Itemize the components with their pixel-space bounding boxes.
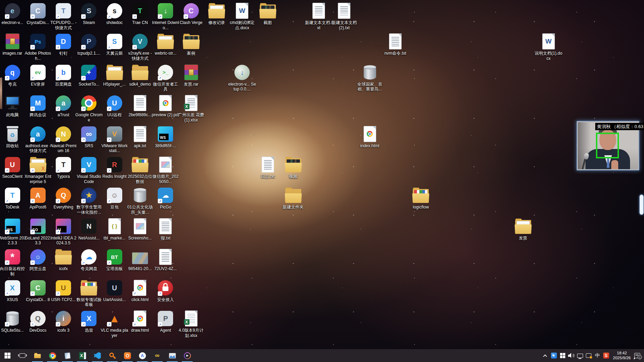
taskbar-chrome-button[interactable]	[45, 349, 60, 362]
desktop-icon[interactable]: V↗v2rayN.exe - 快捷方式	[125, 33, 155, 61]
taskbar-file-explorer-button[interactable]	[30, 349, 45, 362]
desktop-icon[interactable]: logicflow	[406, 187, 435, 210]
desktop-icon[interactable]: Wcmd测试绑定点.docx	[227, 2, 257, 30]
desktop-icon[interactable]: H5player_...	[100, 64, 129, 87]
desktop-icon[interactable]: U↗UU远程	[100, 95, 129, 118]
desktop-icon[interactable]: NNetAssist...	[74, 218, 103, 241]
desktop-icon[interactable]: 全球国家、首都、重要岛...	[355, 64, 385, 92]
desktop-icon[interactable]: UUartAssist...	[100, 280, 129, 302]
desktop-icon[interactable]: V↗Visual Studio Code	[74, 156, 103, 184]
taskbar-vscode-button[interactable]	[90, 349, 105, 362]
volume-icon[interactable]	[567, 349, 576, 362]
taskbar-start-button[interactable]	[0, 349, 15, 362]
desktop-icon[interactable]: T↗Typora	[49, 156, 78, 179]
desktop-icon[interactable]: b↗百度网盘	[49, 64, 78, 87]
desktop-icon[interactable]: D↗钉钉	[49, 33, 78, 56]
desktop-icon[interactable]: ★↗数字孪生警用一体化指控...	[74, 187, 103, 215]
desktop-icon[interactable]: webrtc-str...	[151, 33, 180, 56]
desktop-icon[interactable]: index.html	[355, 126, 385, 149]
desktop-icon[interactable]: ↓electron-v... Setup 0.0....	[227, 64, 257, 92]
desktop-icon[interactable]: Q↗DevDocs	[23, 310, 53, 333]
desktop-icon[interactable]: 数据专项试验看板	[74, 280, 103, 307]
desktop-icon[interactable]: C↗CrystalDi... 8	[23, 280, 53, 302]
desktop-icon[interactable]: 报.txt	[151, 218, 180, 241]
taskbar-notepad-button[interactable]	[60, 349, 75, 362]
desktop-icon[interactable]: 微信图片_2025050...	[151, 156, 180, 184]
desktop-icon[interactable]: 发票.rar	[177, 64, 206, 87]
desktop-icon[interactable]: T↗TCPUDPD... - 快捷方式	[49, 2, 78, 30]
desktop-icon[interactable]: W说明文档(1).docx	[534, 33, 563, 61]
taskbar-photos-button[interactable]	[165, 349, 180, 362]
desktop-icon[interactable]: U↗USR-TCP2...	[49, 280, 78, 302]
desktop-icon[interactable]: 985481-20...	[125, 249, 155, 272]
desktop-icon[interactable]: WS389df65f-...	[151, 126, 180, 149]
desktop-icon[interactable]: Q↗Everything	[49, 187, 78, 210]
desktop-icon[interactable]: icofx	[49, 249, 78, 272]
desktop-icon[interactable]: 新建文件夹	[279, 187, 308, 210]
slide-out-handle[interactable]	[639, 195, 644, 215]
desktop-icon[interactable]: ▲↗VLC media player	[100, 310, 129, 338]
ime-indicator[interactable]: 中	[593, 349, 602, 362]
partial-window-edge[interactable]	[0, 78, 3, 109]
desktop-icon[interactable]: ↗安全接入	[151, 280, 180, 302]
screenshot-tool-icon[interactable]	[584, 349, 593, 362]
hidden-icons-chevron-icon[interactable]	[541, 349, 550, 362]
desktop-icon[interactable]: ☁↗PicGo	[151, 187, 180, 210]
desktop-icon[interactable]: ↗click.html	[125, 280, 155, 302]
desktop-icon[interactable]: ☁↗夸克网盘	[74, 249, 103, 272]
desktop-icon[interactable]: ev↗EV录屏	[23, 64, 53, 87]
desktop-icon[interactable]: V↗VMware Workstati...	[100, 126, 129, 154]
desktop-icon[interactable]: X4.0版本9月计划.xlsx	[177, 310, 206, 338]
desktop-icon[interactable]: T↗Trae CN	[125, 2, 155, 25]
desktop-icon[interactable]: 2be9f889c...	[125, 95, 155, 118]
desktop-icon[interactable]: { }tbl_marke...	[100, 218, 129, 241]
desktop-icon[interactable]: A↗ApiPost6	[23, 187, 53, 210]
desktop-icon[interactable]: 日志.txt	[253, 156, 282, 179]
desktop-icon[interactable]: R↗Redis Insight	[100, 156, 129, 179]
todesk-tray-icon[interactable]	[550, 349, 558, 362]
desktop-icon[interactable]: 01公共文化场所_矢量...	[125, 187, 155, 215]
desktop-icon[interactable]: IJ↗IntelliJ IDEA 2024.3.5	[49, 218, 78, 246]
desktop-icon[interactable]: ☺↗豆包	[100, 187, 129, 210]
desktop-icon[interactable]: 发票	[509, 218, 538, 241]
desktop-icon[interactable]: ↗draw.html	[125, 310, 155, 333]
desktop-icon[interactable]: 新建文本文档.txt	[304, 2, 333, 30]
desktop-icon[interactable]: GO↗GoLand 2022.3.3	[23, 218, 53, 246]
taskbar-apipost-button[interactable]	[120, 349, 135, 362]
taskbar-navicat-button[interactable]: ∞	[150, 349, 165, 362]
desktop-icon[interactable]: 视频	[279, 156, 308, 179]
desktop-icon[interactable]: >_↗微信开发者工具	[151, 64, 180, 92]
desktop-icon[interactable]: +↗SocketTo...	[74, 64, 103, 87]
desktop-icon[interactable]: ∞↗SRS	[74, 126, 103, 149]
desktop-icon[interactable]: S↗Steam	[74, 2, 103, 25]
desktop-icon[interactable]: a↗aTrust	[49, 95, 78, 118]
notification-center-icon[interactable]: 1	[633, 349, 642, 362]
desktop-icon[interactable]: P↗tcpudp2.1....	[74, 33, 103, 56]
desktop-icon[interactable]: S↗天翼云眼	[100, 33, 129, 56]
desktop-icon[interactable]: X↗迅雷	[74, 310, 103, 333]
desktop-icon[interactable]: ↓↗Internet Downlo...	[151, 2, 180, 30]
taskbar-media-player-button[interactable]: ▶	[180, 349, 195, 362]
desktop-icon[interactable]: a↗authtool.exe - 快捷方式	[23, 126, 53, 154]
desktop-icon[interactable]: Screensho...	[125, 218, 155, 241]
desktop-icon[interactable]: sdk4_demo	[125, 64, 155, 87]
desktop-icon[interactable]: 修改记录	[202, 2, 231, 25]
desktop-icon[interactable]: i↗icofx 3	[49, 310, 78, 333]
window-panes-tray-icon[interactable]	[558, 349, 567, 362]
taskbar-everything-search-button[interactable]	[105, 349, 120, 362]
face-recognition-window[interactable]: 黄润秋 （相似度：0.63）	[577, 121, 639, 170]
desktop-icon[interactable]: X广州出差 花费(1).xlsx	[177, 95, 206, 123]
desktop-icon[interactable]: 新建文本文档 (2).txt	[329, 2, 359, 30]
desktop-icon[interactable]: 截图	[253, 2, 282, 25]
desktop-icon[interactable]: ↗Google Chrome	[74, 95, 103, 123]
desktop-icon[interactable]: C↗CrystalDis...	[23, 2, 53, 25]
desktop-icon[interactable]: N↗Navicat Premium 16	[49, 126, 78, 154]
desktop-icon[interactable]: 72UV2-4Z...	[151, 249, 180, 272]
desktop-icon[interactable]: BT↗宝塔面板	[100, 249, 129, 272]
desktop-icon[interactable]: s↗showdoc	[100, 2, 129, 25]
taskbar-rocket-app-button[interactable]: A	[135, 349, 150, 362]
desktop-icon[interactable]: Ps↗Adobe Photosh...	[23, 33, 53, 61]
desktop-icon[interactable]: 案例	[177, 33, 206, 56]
desktop-icon[interactable]: 2025032点位数据	[125, 156, 155, 184]
desktop-icon[interactable]: M↗腾讯会议	[23, 95, 53, 118]
